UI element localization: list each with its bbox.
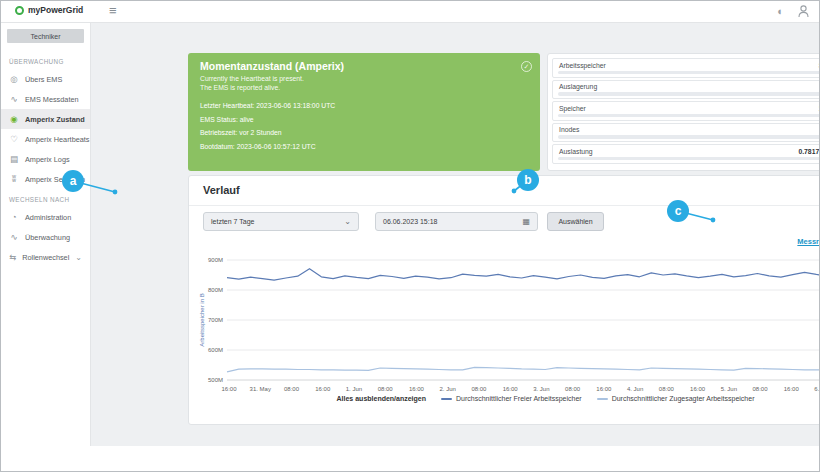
metric-label: Auslastung: [559, 148, 593, 155]
time-range-value: letzten 7 Tage: [211, 218, 254, 225]
metric-label: Arbeitsspeicher: [559, 62, 606, 69]
divider: [189, 205, 820, 206]
sidebar-item--berwachung[interactable]: ∿Überwachung: [1, 227, 90, 247]
x-axis-tick-label: 08:00: [284, 386, 300, 392]
sidebar: Techniker ÜBERWACHUNG◎Übers EMS∿EMS Mess…: [1, 23, 91, 446]
metric-value: 0.78173828125 / 4 LpM (20%): [798, 148, 820, 155]
status-detail-line: Bootdatum: 2023-06-06 10:57:12 UTC: [200, 143, 528, 150]
logs-icon: ▤: [9, 154, 19, 164]
check-circle-icon: ✓: [521, 61, 532, 72]
sidebar-item-label: Amperix Sensoren: [25, 175, 85, 184]
chevron-down-icon: ⌄: [75, 253, 82, 262]
history-panel: Verlauf Anlagenname letzten 7 Tage ⌄ 06.…: [188, 175, 820, 425]
calendar-icon: ▦: [522, 217, 530, 226]
metric-label: Speicher: [559, 105, 586, 112]
chevron-down-icon: ⌄: [344, 217, 351, 226]
history-panel-title: Verlauf: [203, 184, 240, 196]
status-intro-line: Currently the Heartbeat is present.: [200, 75, 528, 82]
app-window: myPowerGrid ≡ ◐ Techniker ÜBERWACHUNG◎Üb…: [0, 0, 820, 472]
x-axis-tick-label: 31. May: [250, 386, 271, 392]
status-intro-line: The EMS is reported alive.: [200, 84, 528, 91]
x-axis-tick-label: 6. Jun: [814, 386, 820, 392]
metric-row-arbeitsspeicher: Arbeitsspeicher396.8 / 979.1 MB (41%): [552, 58, 820, 78]
legend-item[interactable]: Durchschnittlicher Freier Arbeitsspeiche…: [441, 395, 582, 402]
y-axis-tick-label: 800M: [208, 287, 223, 293]
sidebar-item-label: EMS Messdaten: [25, 95, 79, 104]
progress-bar-track: [558, 92, 820, 96]
series-line-durchschnittlicher-freier-arbeitsspeicher: [227, 269, 820, 288]
sidebar-item-amperix-sensoren[interactable]: ʬAmperix Sensoren: [1, 169, 90, 189]
topbar: myPowerGrid ≡ ◐: [1, 1, 820, 23]
x-axis-tick-label: 16:00: [503, 386, 519, 392]
line-chart: 900M800M700M600M500MArbeitsspeicher in B…: [197, 252, 820, 396]
x-axis-tick-label: 16:00: [409, 386, 425, 392]
y-axis-tick-label: 500M: [208, 377, 223, 383]
time-range-select[interactable]: letzten 7 Tage ⌄: [203, 212, 359, 231]
x-axis-tick-label: 16:00: [784, 386, 800, 392]
sidebar-item--bers-ems[interactable]: ◎Übers EMS: [1, 69, 90, 89]
user-icon[interactable]: [798, 5, 809, 18]
sidebar-item-label: Amperix Zustand: [25, 115, 85, 124]
metrics-card: Arbeitsspeicher396.8 / 979.1 MB (41%)Aus…: [547, 53, 820, 171]
sidebar-item-amperix-heartbeats[interactable]: ♡Amperix Heartbeats: [1, 129, 90, 149]
sidebar-item-label: Amperix Heartbeats: [25, 135, 89, 144]
chart-legend: Alles ausblenden/anzeigenDurchschnittlic…: [189, 395, 820, 402]
metric-row-auslastung: Auslastung0.78173828125 / 4 LpM (20%): [552, 144, 820, 164]
brand-logo[interactable]: myPowerGrid: [15, 5, 83, 15]
x-axis-tick-label: 1. Jun: [346, 386, 362, 392]
topbar-actions: ◐: [777, 4, 809, 18]
sidebar-item-label: Überwachung: [25, 233, 70, 242]
legend-toggle-all[interactable]: Alles ausblenden/anzeigen: [337, 395, 426, 402]
metric-row-inodes: Inodes410 / 98304 (0%): [552, 123, 820, 143]
y-axis-title: Arbeitsspeicher in B: [199, 293, 205, 346]
sidebar-item-amperix-logs[interactable]: ▤Amperix Logs: [1, 149, 90, 169]
x-axis-tick-label: 4. Jun: [627, 386, 643, 392]
progress-bar-track: [558, 157, 820, 161]
progress-bar-track: [558, 114, 820, 118]
legend-label: Durchschnittlicher Freier Arbeitsspeiche…: [456, 395, 582, 402]
progress-bar-track: [558, 71, 820, 75]
admin-icon: ◔: [9, 212, 19, 222]
sidebar-item-label: Administration: [25, 213, 71, 222]
progress-bar-track: [558, 135, 820, 139]
status-card-title: Momentanzustand (Amperix): [200, 60, 528, 72]
legend-label: Durchschnittlicher Zugesagter Arbeitsspe…: [612, 395, 755, 402]
x-axis-tick-label: 16:00: [690, 386, 706, 392]
sidebar-item-amperix-zustand[interactable]: ◉Amperix Zustand: [1, 109, 90, 129]
sidebar-item-label: Rollenwechsel: [22, 253, 69, 262]
chart-line-icon: ∿: [9, 94, 19, 104]
sidebar-section-title: ÜBERWACHUNG: [1, 51, 90, 69]
status-card: Momentanzustand (Amperix) Currently the …: [188, 53, 540, 171]
x-axis-tick-label: 16:00: [596, 386, 612, 392]
date-input[interactable]: 06.06.2023 15:18 ▦: [375, 212, 538, 231]
x-axis-tick-label: 08:00: [471, 386, 487, 392]
series-select-link[interactable]: Messreihenauswahl: [797, 237, 820, 246]
metric-row-speicher: Speicher122.6 / 360.7 MB (34%): [552, 101, 820, 121]
sidebar-item-label: Amperix Logs: [25, 155, 70, 164]
brand-name: myPowerGrid: [28, 5, 83, 15]
heart-icon: ♡: [9, 134, 19, 144]
x-axis-tick-label: 2. Jun: [439, 386, 455, 392]
sidebar-item-rollenwechsel[interactable]: ⇆Rollenwechsel⌄: [1, 247, 90, 267]
x-axis-tick-label: 16:00: [221, 386, 237, 392]
legend-marker: [597, 398, 608, 400]
x-axis-tick-label: 5. Jun: [721, 386, 737, 392]
sidebar-item-label: Übers EMS: [25, 75, 62, 84]
x-axis-tick-label: 16:00: [315, 386, 331, 392]
sidebar-item-administration[interactable]: ◔Administration: [1, 207, 90, 227]
metric-label: Inodes: [559, 126, 579, 133]
y-axis-tick-label: 700M: [208, 317, 223, 323]
legend-marker: [441, 398, 452, 400]
x-axis-tick-label: 08:00: [565, 386, 581, 392]
x-axis-tick-label: 08:00: [378, 386, 394, 392]
brand-logo-icon: [15, 6, 24, 15]
info-circle-icon: ◎: [9, 74, 19, 84]
contrast-icon[interactable]: ◐: [777, 4, 784, 18]
legend-item[interactable]: Durchschnittlicher Zugesagter Arbeitsspe…: [597, 395, 755, 402]
apply-button[interactable]: Auswählen: [547, 212, 604, 231]
series-select: Messreihenauswahl ∨ 2: [797, 237, 820, 246]
x-axis-tick-label: 3. Jun: [533, 386, 549, 392]
x-axis-tick-label: 08:00: [659, 386, 675, 392]
sidebar-item-ems-messdaten[interactable]: ∿EMS Messdaten: [1, 89, 90, 109]
hamburger-icon[interactable]: ≡: [109, 3, 117, 18]
